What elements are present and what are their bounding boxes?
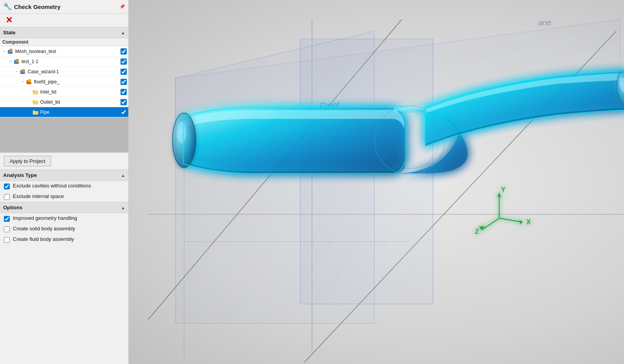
tree-empty-area [0,117,128,152]
tree-row[interactable]: −Mesh_boolean_test [0,46,128,57]
svg-rect-1 [9,49,12,52]
analysis-label-exclude_cavities: Exclude cavities without conditions [13,183,91,189]
folder-icon [32,109,39,116]
tree-row[interactable]: −floefd_pipe_ [0,77,128,87]
options-label-create_fluid: Create fluid body assembly [13,236,74,243]
options-checkbox-create_solid[interactable] [4,226,10,232]
panel-header: 🔧 Check Geometry 📌 [0,0,128,14]
analysis-section-header[interactable]: Analysis Type ▲ [0,170,128,181]
component-column-label: Component [2,39,126,45]
assembly-icon [7,48,14,55]
analysis-label-exclude_internal: Exclude internal space [13,193,64,200]
analysis-chevron: ▲ [121,173,125,178]
row-checkbox[interactable] [121,69,127,75]
options-items: Improved geometry handlingCreate solid b… [0,213,128,245]
viewport: Front Plane Right Plane ane [129,0,624,364]
tree-header: Component [0,38,128,46]
viewport-background [129,0,624,364]
panel-title: Check Geometry [14,4,117,10]
tree-container: Component −Mesh_boolean_test−test_1-1−Ca… [0,38,128,153]
close-row: ✕ [0,14,128,27]
pin-icon[interactable]: 📌 [119,4,125,9]
row-label: Inlet_lid [40,89,121,95]
analysis-section: Analysis Type ▲ Exclude cavities without… [0,170,128,202]
app-icon: 🔧 [3,2,12,11]
row-label: Pipe [40,110,121,115]
row-checkbox[interactable] [121,109,127,115]
folder-icon [32,88,39,95]
apply-to-project-button[interactable]: Apply to Project [4,156,51,166]
row-toggle[interactable]: − [14,69,20,74]
options-option-row: Create fluid body assembly [0,234,128,245]
options-option-row: Improved geometry handling [0,213,128,224]
row-checkbox[interactable] [121,99,127,105]
svg-rect-3 [16,59,19,62]
row-toggle[interactable]: − [20,80,26,84]
options-label-improved_geometry: Improved geometry handling [13,215,77,222]
svg-rect-7 [28,79,31,82]
state-section-header[interactable]: State ▲ [0,27,128,38]
row-toggle[interactable]: − [8,59,13,64]
svg-rect-5 [22,69,25,72]
analysis-checkbox-exclude_cavities[interactable] [4,184,10,189]
analysis-options: Exclude cavities without conditionsExclu… [0,181,128,202]
tree-row[interactable]: Pipe [0,107,128,117]
row-checkbox[interactable] [121,48,127,55]
options-checkbox-improved_geometry[interactable] [4,216,10,222]
row-label: Outlet_lid [40,99,121,105]
state-label: State [3,30,16,35]
tree-row[interactable]: Outlet_lid [0,97,128,107]
part-icon [26,78,33,85]
options-checkbox-create_fluid[interactable] [4,237,10,243]
row-label: test_1-1 [21,59,121,64]
options-chevron: ▲ [121,205,125,210]
tree-row[interactable]: −test_1-1 [0,57,128,67]
analysis-option-row: Exclude internal space [0,191,128,202]
row-checkbox[interactable] [121,79,127,85]
state-section: State ▲ Component −Mesh_boolean_test−tes… [0,27,128,153]
row-checkbox[interactable] [121,58,127,65]
tree-row[interactable]: −Case_wizard-1 [0,67,128,77]
analysis-option-row: Exclude cavities without conditions [0,181,128,191]
row-checkbox[interactable] [121,89,127,95]
options-option-row: Create solid body assembly [0,224,128,234]
row-label: Case_wizard-1 [28,69,121,74]
options-section: Options ▲ Improved geometry handlingCrea… [0,202,128,245]
row-label: floefd_pipe_ [34,79,121,85]
state-chevron: ▲ [121,30,125,35]
folder-icon [32,99,39,106]
row-toggle[interactable]: − [2,49,7,53]
assembly-icon [13,58,20,65]
apply-btn-container: Apply to Project [0,153,128,170]
options-section-header[interactable]: Options ▲ [0,202,128,213]
analysis-checkbox-exclude_internal[interactable] [4,194,10,200]
left-panel: 🔧 Check Geometry 📌 ✕ State ▲ Component −… [0,0,129,364]
options-label-create_solid: Create solid body assembly [13,226,75,232]
assembly-icon [20,68,27,75]
analysis-type-label: Analysis Type [3,172,37,178]
row-label: Mesh_boolean_test [15,49,121,54]
close-button[interactable]: ✕ [3,14,15,26]
tree-row[interactable]: Inlet_lid [0,87,128,97]
tree-rows: −Mesh_boolean_test−test_1-1−Case_wizard-… [0,46,128,117]
options-label: Options [3,205,22,210]
